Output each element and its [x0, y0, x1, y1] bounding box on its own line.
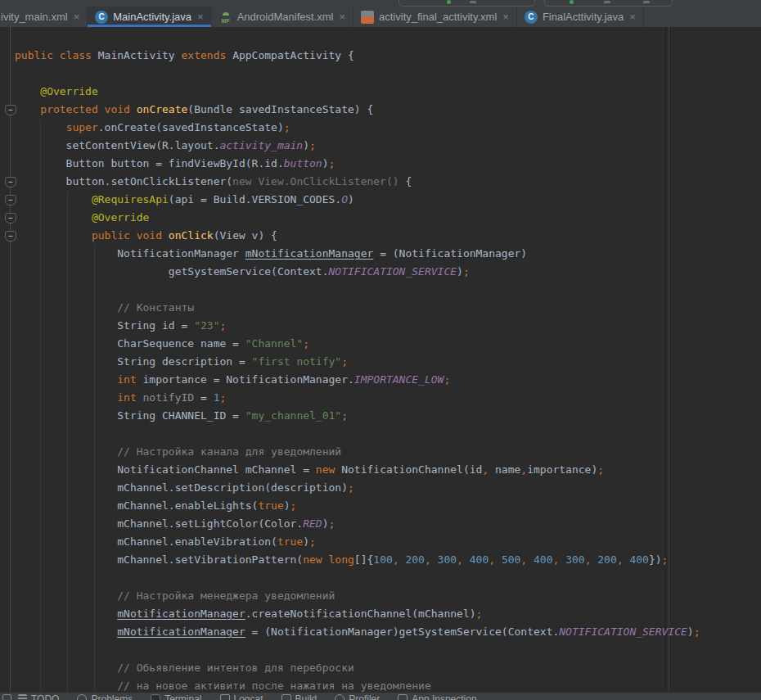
code-segment: 400 [534, 553, 552, 566]
code-segment: mChannel.setDescription(description) [15, 481, 348, 494]
run-icon [447, 0, 451, 4]
build-icon [281, 694, 291, 700]
close-icon[interactable]: × [502, 11, 509, 22]
code-segment: String description = [15, 355, 252, 368]
code-segment: // Настройка канала для уведомлений [117, 445, 341, 458]
code-segment [53, 49, 60, 61]
code-segment: long [329, 553, 354, 566]
code-editor[interactable]: public class MainActivity extends AppCom… [0, 27, 761, 692]
run-icon [570, 0, 574, 4]
code-segment: true [277, 535, 303, 548]
status-label: Terminal [164, 693, 201, 700]
close-icon[interactable]: × [197, 11, 204, 22]
code-segment [15, 121, 66, 133]
status-item-terminal[interactable]: Terminal [151, 693, 201, 700]
code-segment: importance) [527, 463, 597, 476]
app-inspection-icon [398, 694, 408, 700]
status-item-build[interactable]: Build [281, 693, 317, 700]
code-segment: ; [341, 355, 348, 368]
status-item-problems[interactable]: Problems [77, 693, 133, 700]
code-segment: // Константы [117, 301, 194, 314]
todo-icon [18, 694, 27, 700]
code-line: mChannel.setDescription(description); [0, 479, 761, 497]
profiler-icon [335, 694, 344, 700]
status-item-profiler[interactable]: Profiler [335, 693, 380, 700]
code-segment: mNotificationManager [117, 607, 245, 620]
tab-ivity-main-xml[interactable]: ivity_main.xml× [0, 7, 88, 27]
tab-label: AndroidManifest.xml [237, 11, 334, 23]
code-segment: void [137, 229, 162, 242]
code-segment: , [489, 553, 495, 566]
code-segment: new View.OnClickListener() [232, 175, 399, 187]
code-segment: { [399, 175, 412, 187]
tab-mainactivity-java[interactable]: CMainActivity.java× [88, 7, 211, 27]
status-label: TODO [31, 693, 59, 700]
fold-toggle-icon[interactable]: − [5, 177, 16, 187]
fold-toggle-icon[interactable]: − [5, 231, 16, 242]
tab-label: ivity_main.xml [1, 11, 68, 23]
code-segment: ; [309, 535, 316, 548]
code-segment [162, 229, 169, 242]
code-line: String CHANNEL_ID = "my_channel_01"; [0, 407, 761, 425]
code-segment [130, 229, 137, 242]
fold-toggle-icon[interactable]: − [5, 195, 16, 205]
code-line: // Настройка канала для уведомлений [0, 443, 761, 461]
code-segment: ) [348, 193, 354, 205]
code-segment: "23" [194, 319, 219, 332]
code-segment: true [258, 499, 283, 512]
code-line: NotificationChannel mChannel = new Notif… [0, 461, 761, 479]
code-line: mChannel.setVibrationPattern(new long[]{… [0, 551, 761, 569]
code-segment: setContentView(R.layout. [15, 139, 219, 151]
code-segment: ; [329, 517, 335, 530]
code-segment [15, 445, 117, 458]
code-segment: ; [341, 409, 348, 422]
status-item-todo[interactable]: TODO [18, 693, 59, 700]
code-segment [15, 625, 117, 638]
code-segment: = (NotificationManager)getSystemService(… [245, 625, 560, 638]
code-area[interactable]: public class MainActivity extends AppCom… [0, 47, 761, 692]
code-segment: CharSequence name = [15, 337, 245, 350]
status-item-app-inspection[interactable]: App Inspection [398, 693, 476, 700]
tab-finalacttivity-java[interactable]: CFinalActtivity.java× [517, 7, 644, 27]
code-segment: "Channel" [245, 337, 303, 350]
close-icon[interactable]: × [629, 11, 636, 22]
layout-icon [361, 11, 374, 24]
code-segment [15, 607, 117, 620]
code-segment: int [117, 391, 136, 404]
tab-androidmanifest-xml[interactable]: MFAndroidManifest.xml× [212, 7, 353, 27]
code-segment [15, 193, 92, 205]
code-segment: , [617, 553, 624, 566]
code-line: String description = "first notify"; [0, 353, 761, 371]
code-segment: ; [284, 121, 290, 133]
window-corner-icon[interactable] [2, 694, 11, 700]
code-line: CharSequence name = "Channel"; [0, 335, 761, 353]
fold-toggle-icon[interactable]: − [5, 213, 16, 224]
close-icon[interactable]: × [339, 11, 345, 22]
status-item-logcat[interactable]: Logcat [220, 693, 263, 700]
code-segment [322, 553, 329, 566]
toolbar-glyph [643, 1, 650, 3]
code-segment: RED [303, 517, 322, 530]
tab-activity-final-acttivity-xml[interactable]: activity_final_acttivity.xml× [353, 7, 517, 27]
toolbar-button-group[interactable] [544, 0, 673, 7]
code-segment: ; [309, 139, 316, 151]
code-segment: NOTIFICATION_SERVICE [329, 265, 457, 278]
terminal-icon [151, 694, 160, 700]
code-segment: ; [463, 265, 470, 278]
toolbar-button-group[interactable] [399, 0, 535, 7]
code-segment: (View v) { [214, 229, 277, 242]
code-segment: , [393, 553, 399, 566]
code-segment: 300 [438, 553, 457, 566]
code-segment: (api = Build.VERSION_CODES. [169, 193, 341, 205]
code-segment: NotificationManager [15, 247, 245, 260]
code-segment [15, 103, 40, 115]
code-segment: "my_channel_01" [245, 409, 341, 422]
code-line: // Константы [0, 299, 761, 317]
code-segment [137, 391, 143, 404]
close-icon[interactable]: × [74, 11, 80, 22]
fold-toggle-icon[interactable]: − [5, 105, 16, 115]
code-segment: notifyID [143, 391, 195, 404]
code-line: Button button = findViewById(R.id.button… [0, 155, 761, 173]
tab-label: FinalActtivity.java [543, 11, 624, 23]
code-segment [463, 553, 470, 566]
